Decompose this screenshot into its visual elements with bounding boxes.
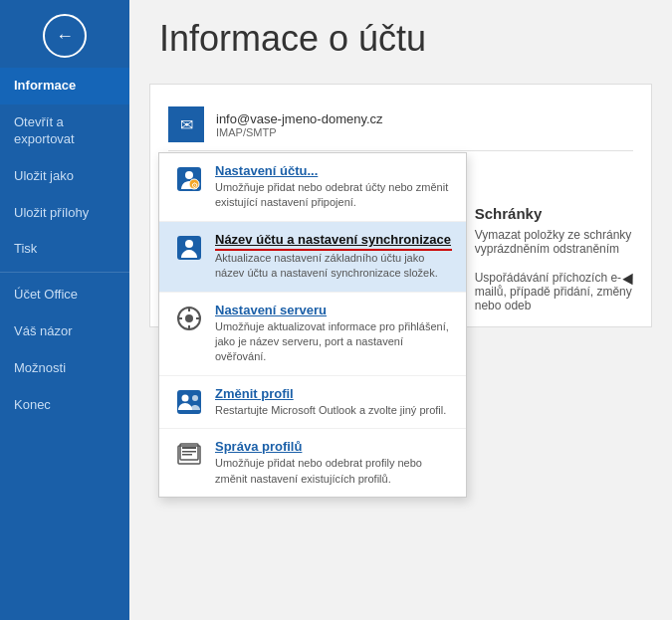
main-content-panel: ✉ info@vase-jmeno-domeny.cz IMAP/SMTP + … bbox=[149, 84, 652, 327]
dropdown-icon-3 bbox=[173, 303, 205, 334]
svg-point-2 bbox=[185, 171, 193, 179]
email-icon: ✉ bbox=[180, 115, 193, 134]
right-section-description: Uspořádávání příchozích e-mailů, případě… bbox=[475, 271, 633, 312]
account-icon: ✉ bbox=[168, 106, 204, 142]
back-icon: ← bbox=[56, 26, 74, 47]
sidebar-item-moznosti[interactable]: Možnosti bbox=[0, 350, 129, 387]
dropdown-text-4: Změnit profil Restartujte Microsoft Outl… bbox=[215, 386, 446, 418]
sidebar-item-ucet-office[interactable]: Účet Office bbox=[0, 277, 129, 313]
dropdown-item-sprava-profilu[interactable]: Správa profilů Umožňuje přidat nebo odeb… bbox=[159, 429, 466, 497]
back-button[interactable]: ← bbox=[43, 14, 87, 58]
dropdown-title-1: Nastavení účtu... bbox=[215, 163, 452, 178]
dropdown-text-1: Nastavení účtu... Umožňuje přidat nebo o… bbox=[215, 163, 452, 211]
sidebar-item-vas-nazor[interactable]: Váš názor bbox=[0, 313, 129, 350]
sidebar-item-ulozit-jako[interactable]: Uložit jako bbox=[0, 158, 129, 195]
dropdown-desc-2: Aktualizace nastavení základního účtu ja… bbox=[215, 251, 452, 282]
dropdown-title-2: Název účtu a nastavení synchronizace bbox=[215, 232, 452, 247]
account-row: ✉ info@vase-jmeno-domeny.cz IMAP/SMTP bbox=[168, 99, 633, 151]
account-email: info@vase-jmeno-domeny.cz bbox=[216, 111, 383, 126]
account-info: info@vase-jmeno-domeny.cz IMAP/SMTP bbox=[216, 111, 383, 138]
dropdown-icon-5 bbox=[173, 439, 205, 471]
page-title: Informace o účtu bbox=[159, 18, 642, 60]
sidebar-divider bbox=[0, 272, 129, 273]
dropdown-item-nastaveni-uctu[interactable]: ⚙ Nastavení účtu... Umožňuje přidat nebo… bbox=[159, 153, 466, 222]
main-header: Informace o účtu bbox=[129, 0, 672, 84]
dropdown-desc-3: Umožňuje aktualizovat informace pro přih… bbox=[215, 319, 452, 365]
dropdown-title-5: Správa profilů bbox=[215, 439, 452, 454]
svg-text:⚙: ⚙ bbox=[191, 181, 198, 190]
svg-rect-19 bbox=[182, 451, 196, 453]
dropdown-desc-5: Umožňuje přidat nebo odebrat profily neb… bbox=[215, 456, 452, 487]
svg-rect-13 bbox=[177, 390, 201, 414]
svg-point-6 bbox=[185, 240, 193, 248]
schranky-description: Vymazat položky ze schránky vyprázdněním… bbox=[475, 228, 633, 256]
dropdown-item-nastaveni-serveru[interactable]: Nastavení serveru Umožňuje aktualizovat … bbox=[159, 293, 466, 376]
dropdown-icon-2 bbox=[173, 232, 205, 264]
svg-rect-18 bbox=[182, 447, 196, 449]
dropdown-icon-4 bbox=[173, 386, 205, 418]
main-content-area: Informace o účtu ✉ info@vase-jmeno-domen… bbox=[129, 0, 672, 620]
dropdown-item-zmenit-profil[interactable]: Změnit profil Restartujte Microsoft Outl… bbox=[159, 376, 466, 429]
sidebar-nav: Informace Otevřít a exportovat Uložit ja… bbox=[0, 68, 129, 424]
sidebar-item-ulozit-prilohy[interactable]: Uložit přílohy bbox=[0, 195, 129, 232]
sidebar-item-konec[interactable]: Konec bbox=[0, 387, 129, 424]
dropdown-icon-1: ⚙ bbox=[173, 163, 205, 195]
account-type: IMAP/SMTP bbox=[216, 126, 383, 138]
dropdown-title-3: Nastavení serveru bbox=[215, 303, 452, 317]
schranky-title: Schránky bbox=[475, 205, 633, 222]
dropdown-text-5: Správa profilů Umožňuje přidat nebo odeb… bbox=[215, 439, 452, 487]
sidebar-item-tisk[interactable]: Tisk bbox=[0, 231, 129, 268]
dropdown-desc-1: Umožňuje přidat nebo odebrat účty nebo z… bbox=[215, 180, 452, 211]
svg-point-14 bbox=[182, 394, 189, 401]
dropdown-menu: ⚙ Nastavení účtu... Umožňuje přidat nebo… bbox=[158, 152, 467, 498]
dropdown-desc-4: Restartujte Microsoft Outlook a zvolte j… bbox=[215, 403, 446, 418]
sidebar-item-informace[interactable]: Informace bbox=[0, 68, 129, 104]
dropdown-title-4: Změnit profil bbox=[215, 386, 446, 401]
sidebar: ← Informace Otevřít a exportovat Uložit … bbox=[0, 0, 129, 620]
svg-rect-20 bbox=[182, 454, 192, 456]
sidebar-item-otevrit[interactable]: Otevřít a exportovat bbox=[0, 104, 129, 158]
dropdown-text-3: Nastavení serveru Umožňuje aktualizovat … bbox=[215, 303, 452, 365]
dropdown-item-nazev-uctu[interactable]: Název účtu a nastavení synchronizace Akt… bbox=[159, 222, 466, 293]
svg-point-15 bbox=[192, 395, 198, 401]
svg-point-8 bbox=[185, 314, 193, 322]
dropdown-text-2: Název účtu a nastavení synchronizace Akt… bbox=[215, 232, 452, 282]
schranky-area: Schránky Vymazat položky ze schránky vyp… bbox=[458, 205, 633, 312]
